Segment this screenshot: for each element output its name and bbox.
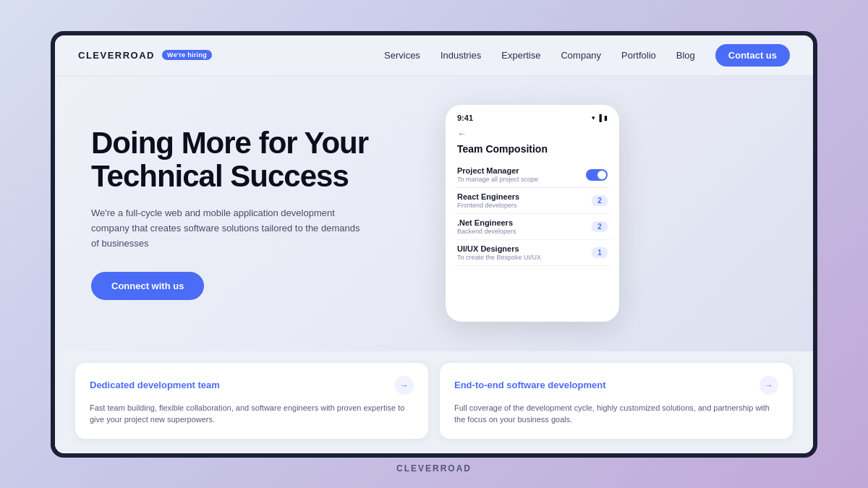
cards-section: Dedicated development team → Fast team b… — [55, 351, 813, 453]
phone-screen-title: Team Composition — [454, 143, 610, 162]
card-dedicated-desc: Fast team building, flexible collaborati… — [90, 402, 414, 426]
team-item-pm-info: Project Manager To manage all project sc… — [457, 166, 586, 183]
battery-icon: ▮ — [604, 114, 608, 121]
card-dedicated-title: Dedicated development team — [90, 380, 220, 390]
team-item-react-info: React Engineers Frontend developers — [457, 192, 592, 209]
nav-industries[interactable]: Industries — [441, 50, 481, 61]
phone-back-button[interactable]: ← — [454, 128, 610, 143]
nav-expertise[interactable]: Expertise — [501, 50, 540, 61]
signal-icon: ▐ — [597, 114, 602, 121]
navbar-nav: Services Industries Expertise Company Po… — [384, 44, 790, 67]
website-frame: CLEVERROAD We're hiring Services Industr… — [55, 35, 813, 453]
team-item-ux: UI/UX Designers To create the Bespoke UI… — [454, 240, 610, 266]
team-item-pm: Project Manager To manage all project sc… — [454, 162, 610, 188]
team-item-react-control: 2 — [592, 195, 608, 206]
team-item-ux-control: 1 — [592, 247, 608, 258]
team-item-ux-role: To create the Bespoke UI/UX — [457, 254, 592, 261]
hero-section: Doing More for Your Technical Success We… — [55, 76, 813, 351]
card-e2e-title: End-to-end software development — [454, 380, 605, 390]
nav-blog[interactable]: Blog — [676, 50, 695, 61]
team-item-net-name: .Net Engineers — [457, 218, 592, 227]
team-item-pm-name: Project Manager — [457, 166, 586, 175]
ux-counter[interactable]: 1 — [592, 247, 608, 258]
team-item-net-control: 2 — [592, 221, 608, 232]
team-item-pm-control — [586, 169, 608, 181]
card-dedicated: Dedicated development team → Fast team b… — [75, 363, 428, 439]
hiring-badge: We're hiring — [162, 50, 212, 60]
contact-button[interactable]: Contact us — [715, 44, 790, 67]
team-item-pm-role: To manage all project scope — [457, 176, 586, 183]
navbar: CLEVERROAD We're hiring Services Industr… — [55, 35, 813, 76]
team-item-net: .Net Engineers Backend developers 2 — [454, 214, 610, 240]
browser-frame: CLEVERROAD We're hiring Services Industr… — [51, 31, 817, 458]
nav-portfolio[interactable]: Portfolio — [621, 50, 656, 61]
card-dedicated-arrow[interactable]: → — [395, 376, 414, 395]
nav-services[interactable]: Services — [384, 50, 420, 61]
pm-toggle[interactable] — [586, 169, 608, 181]
card-e2e-arrow[interactable]: → — [760, 376, 778, 395]
hero-subtitle: We're a full-cycle web and mobile applic… — [91, 206, 366, 251]
phone-icons: ▾ ▐ ▮ — [592, 114, 608, 121]
card-e2e-header: End-to-end software development → — [454, 376, 778, 395]
nav-company[interactable]: Company — [561, 50, 601, 61]
hero-title: Doing More for Your Technical Success — [91, 127, 424, 193]
team-item-ux-info: UI/UX Designers To create the Bespoke UI… — [457, 244, 592, 261]
team-item-net-role: Backend developers — [457, 228, 592, 235]
team-item-ux-name: UI/UX Designers — [457, 244, 592, 253]
card-e2e: End-to-end software development → Full c… — [440, 363, 793, 439]
card-dedicated-header: Dedicated development team → — [90, 376, 414, 395]
react-counter[interactable]: 2 — [592, 195, 608, 206]
navbar-brand: CLEVERROAD We're hiring — [78, 50, 212, 61]
wifi-icon: ▾ — [592, 114, 595, 121]
card-e2e-desc: Full coverage of the development cycle, … — [454, 402, 778, 426]
footer-brand: CLEVERROAD — [391, 458, 477, 479]
team-item-react: React Engineers Frontend developers 2 — [454, 188, 610, 214]
team-item-net-info: .Net Engineers Backend developers — [457, 218, 592, 235]
connect-button[interactable]: Connect with us — [91, 272, 204, 300]
net-counter[interactable]: 2 — [592, 221, 608, 232]
team-item-react-name: React Engineers — [457, 192, 592, 201]
logo-text: CLEVERROAD — [78, 50, 155, 61]
phone-time: 9:41 — [457, 114, 473, 122]
hero-content: Doing More for Your Technical Success We… — [91, 127, 424, 300]
phone-mockup: 9:41 ▾ ▐ ▮ ← Team Composition Project Ma… — [446, 105, 619, 322]
team-item-react-role: Frontend developers — [457, 202, 592, 209]
phone-status-bar: 9:41 ▾ ▐ ▮ — [454, 114, 610, 128]
